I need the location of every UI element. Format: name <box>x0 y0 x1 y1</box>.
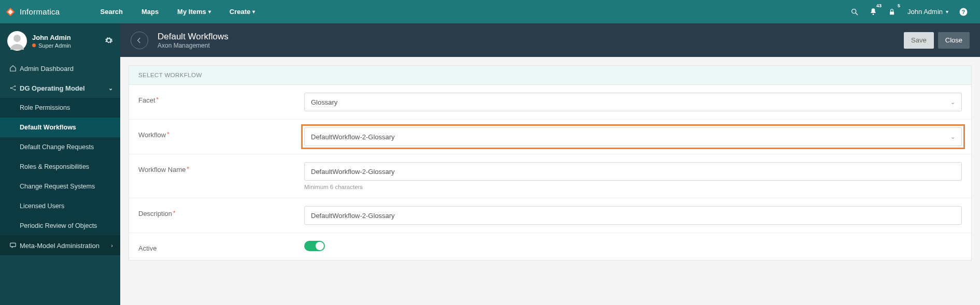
required-icon: * <box>173 210 175 216</box>
close-button[interactable]: Close <box>938 32 970 49</box>
informatica-logo-icon <box>5 7 16 17</box>
svg-point-9 <box>15 89 16 90</box>
required-icon: * <box>167 131 169 137</box>
status-dot-icon <box>32 43 36 47</box>
user-display-name: John Admin <box>907 8 943 16</box>
search-icon <box>850 8 859 16</box>
description-input[interactable] <box>304 206 962 225</box>
label-text: Workflow <box>138 131 166 139</box>
brand-logo[interactable]: Informatica <box>0 0 70 23</box>
menu-dg-operating-model[interactable]: DG Operating Model ⌄ <box>0 78 120 98</box>
sidebar: John Admin Super Admin Admin Dashboard D… <box>0 23 120 305</box>
alerts-button[interactable]: 5 <box>883 0 901 23</box>
menu-admin-dashboard[interactable]: Admin Dashboard <box>0 59 120 78</box>
submenu-roles-responsibilities[interactable]: Roles & Responsibilities <box>0 157 120 177</box>
sidebar-user-name: John Admin <box>32 34 105 41</box>
svg-rect-3 <box>890 11 894 14</box>
header-actions: Save Close <box>904 32 970 49</box>
brand-name: Informatica <box>20 7 60 16</box>
chevron-down-icon: ▾ <box>208 9 211 14</box>
label-text: Description <box>138 210 172 217</box>
avatar-icon <box>7 31 27 51</box>
active-label: Active <box>138 241 304 252</box>
settings-button[interactable] <box>105 36 113 46</box>
description-control <box>304 206 962 225</box>
network-icon <box>7 84 19 92</box>
required-icon: * <box>187 166 189 172</box>
workflow-name-input[interactable] <box>304 162 962 181</box>
search-icon-button[interactable] <box>845 0 864 23</box>
bell-icon <box>869 8 877 16</box>
main: Default Workflows Axon Management Save C… <box>120 23 980 305</box>
submenu-role-permissions[interactable]: Role Permissions <box>0 98 120 118</box>
nav-create[interactable]: Create▾ <box>220 0 264 23</box>
submenu-periodic-review[interactable]: Periodic Review of Objects <box>0 216 120 236</box>
back-button[interactable] <box>131 32 148 49</box>
notification-count: 43 <box>876 3 882 8</box>
home-icon <box>7 65 19 72</box>
row-active: Active <box>129 233 971 260</box>
facet-value: Glossary <box>311 98 337 106</box>
submenu-default-change-requests[interactable]: Default Change Requests <box>0 137 120 157</box>
description-label: Description* <box>138 206 304 217</box>
menu-label: Meta-Model Administration <box>20 242 100 250</box>
notifications-button[interactable]: 43 <box>864 0 883 23</box>
nav-maps-label: Maps <box>141 8 159 16</box>
svg-rect-10 <box>10 243 16 246</box>
submenu-label: Default Change Requests <box>20 143 94 151</box>
svg-line-1 <box>856 13 858 15</box>
page-header: Default Workflows Axon Management Save C… <box>120 23 980 57</box>
panel-title: SELECT WORKFLOW <box>129 66 971 85</box>
workflow-name-control: Minimum 6 characters <box>304 162 962 190</box>
nav-my-items[interactable]: My Items▾ <box>168 0 220 23</box>
chevron-right-icon: › <box>111 242 113 249</box>
nav-myitems-label: My Items <box>177 8 206 16</box>
nav-maps[interactable]: Maps <box>132 0 168 23</box>
sidebar-user-meta: John Admin Super Admin <box>32 34 105 49</box>
page-titles: Default Workflows Axon Management <box>158 32 904 49</box>
submenu-label: Change Request Systems <box>20 183 95 190</box>
page-subtitle: Axon Management <box>158 42 904 49</box>
menu-metamodel-administration[interactable]: Meta-Model Administration › <box>0 236 120 255</box>
select-workflow-panel: SELECT WORKFLOW Facet* Glossary ⌄ Workfl… <box>129 65 972 260</box>
submenu-licensed-users[interactable]: Licensed Users <box>0 196 120 216</box>
page-title: Default Workflows <box>158 32 904 42</box>
svg-point-2 <box>873 13 874 15</box>
topbar-right: 43 5 John Admin ▾ ? <box>845 0 980 23</box>
svg-point-7 <box>10 88 11 89</box>
row-workflow-name: Workflow Name* Minimum 6 characters <box>129 154 971 198</box>
svg-text:?: ? <box>962 8 965 14</box>
submenu-change-request-systems[interactable]: Change Request Systems <box>0 177 120 196</box>
submenu-default-workflows[interactable]: Default Workflows <box>0 118 120 137</box>
content: SELECT WORKFLOW Facet* Glossary ⌄ Workfl… <box>120 57 980 305</box>
svg-point-8 <box>15 85 16 86</box>
facet-select[interactable]: Glossary ⌄ <box>304 93 962 111</box>
row-facet: Facet* Glossary ⌄ <box>129 85 971 120</box>
user-menu[interactable]: John Admin ▾ <box>901 8 955 16</box>
submenu-label: Periodic Review of Objects <box>20 222 97 229</box>
svg-point-0 <box>852 9 856 13</box>
save-button[interactable]: Save <box>904 32 934 49</box>
svg-point-6 <box>13 35 21 42</box>
workflow-control-highlighted: DefaultWorkflow-2-Glossary ⌄ <box>304 127 962 146</box>
chevron-down-icon: ⌄ <box>108 85 113 92</box>
active-toggle[interactable] <box>304 241 325 251</box>
workflow-value: DefaultWorkflow-2-Glossary <box>311 133 395 141</box>
facet-label: Facet* <box>138 93 304 104</box>
chevron-down-icon: ⌄ <box>950 134 955 140</box>
chevron-down-icon: ▾ <box>946 9 948 14</box>
row-workflow: Workflow* DefaultWorkflow-2-Glossary ⌄ <box>129 120 971 154</box>
sidebar-user-role: Super Admin <box>32 42 105 49</box>
nav-create-label: Create <box>230 8 250 16</box>
nav-search[interactable]: Search <box>91 0 132 23</box>
required-icon: * <box>157 96 159 103</box>
sidebar-user-role-text: Super Admin <box>38 42 71 49</box>
help-button[interactable]: ? <box>955 0 972 23</box>
arrow-left-icon <box>135 36 144 45</box>
workflow-select[interactable]: DefaultWorkflow-2-Glossary ⌄ <box>304 127 962 146</box>
submenu-label: Licensed Users <box>20 202 64 210</box>
sidebar-submenu: Role Permissions Default Workflows Defau… <box>0 98 120 236</box>
workflow-label: Workflow* <box>138 127 304 139</box>
lock-icon <box>888 8 896 16</box>
submenu-label: Roles & Responsibilities <box>20 163 89 170</box>
